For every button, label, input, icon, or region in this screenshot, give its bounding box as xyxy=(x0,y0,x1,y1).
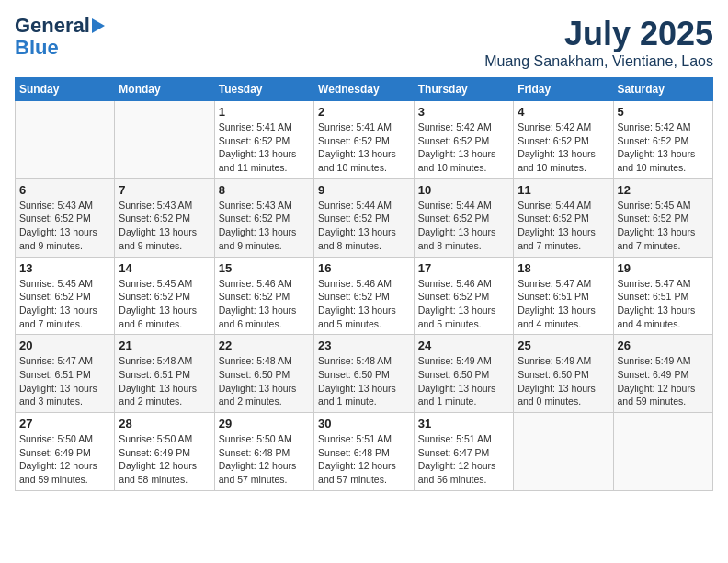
calendar-cell: 20Sunrise: 5:47 AM Sunset: 6:51 PM Dayli… xyxy=(16,335,115,413)
day-info: Sunrise: 5:49 AM Sunset: 6:50 PM Dayligh… xyxy=(418,354,509,408)
day-info: Sunrise: 5:48 AM Sunset: 6:51 PM Dayligh… xyxy=(119,354,210,408)
day-number: 20 xyxy=(19,339,110,352)
day-number: 30 xyxy=(318,417,410,431)
logo-general: General xyxy=(15,15,90,37)
day-info: Sunrise: 5:47 AM Sunset: 6:51 PM Dayligh… xyxy=(518,277,609,331)
calendar-cell: 26Sunrise: 5:49 AM Sunset: 6:49 PM Dayli… xyxy=(613,335,713,413)
day-number: 10 xyxy=(418,183,509,197)
title-block: July 2025 Muang Sanakham, Vientiane, Lao… xyxy=(484,15,713,70)
day-info: Sunrise: 5:44 AM Sunset: 6:52 PM Dayligh… xyxy=(518,199,609,253)
month-title: July 2025 xyxy=(484,15,713,53)
weekday-header-monday: Monday xyxy=(115,78,214,101)
day-number: 26 xyxy=(618,339,710,352)
day-info: Sunrise: 5:51 AM Sunset: 6:48 PM Dayligh… xyxy=(318,432,410,487)
day-number: 9 xyxy=(318,183,410,197)
calendar-cell: 16Sunrise: 5:46 AM Sunset: 6:52 PM Dayli… xyxy=(314,257,415,335)
day-info: Sunrise: 5:43 AM Sunset: 6:52 PM Dayligh… xyxy=(119,199,210,253)
logo-arrow-icon xyxy=(92,18,105,33)
day-info: Sunrise: 5:48 AM Sunset: 6:50 PM Dayligh… xyxy=(318,354,410,408)
day-number: 15 xyxy=(219,261,310,275)
calendar-cell: 3Sunrise: 5:42 AM Sunset: 6:52 PM Daylig… xyxy=(414,101,513,179)
weekday-header-sunday: Sunday xyxy=(16,78,115,101)
day-number: 21 xyxy=(119,339,210,352)
calendar-cell: 25Sunrise: 5:49 AM Sunset: 6:50 PM Dayli… xyxy=(514,335,613,413)
day-info: Sunrise: 5:44 AM Sunset: 6:52 PM Dayligh… xyxy=(318,199,410,253)
calendar-cell: 31Sunrise: 5:51 AM Sunset: 6:47 PM Dayli… xyxy=(414,413,513,491)
day-number: 3 xyxy=(418,105,509,119)
location-title: Muang Sanakham, Vientiane, Laos xyxy=(484,53,713,70)
day-info: Sunrise: 5:42 AM Sunset: 6:52 PM Dayligh… xyxy=(518,121,609,175)
day-info: Sunrise: 5:45 AM Sunset: 6:52 PM Dayligh… xyxy=(19,277,110,331)
calendar-cell xyxy=(514,413,613,491)
calendar-cell: 15Sunrise: 5:46 AM Sunset: 6:52 PM Dayli… xyxy=(214,257,313,335)
day-number: 7 xyxy=(119,183,210,197)
day-info: Sunrise: 5:46 AM Sunset: 6:52 PM Dayligh… xyxy=(318,277,410,331)
weekday-header-tuesday: Tuesday xyxy=(214,78,313,101)
calendar-cell: 30Sunrise: 5:51 AM Sunset: 6:48 PM Dayli… xyxy=(314,413,415,491)
day-info: Sunrise: 5:44 AM Sunset: 6:52 PM Dayligh… xyxy=(418,199,509,253)
day-number: 12 xyxy=(618,183,710,197)
day-number: 6 xyxy=(19,183,110,197)
calendar-cell: 8Sunrise: 5:43 AM Sunset: 6:52 PM Daylig… xyxy=(214,178,313,257)
calendar-cell: 5Sunrise: 5:42 AM Sunset: 6:52 PM Daylig… xyxy=(613,101,713,179)
calendar-cell: 7Sunrise: 5:43 AM Sunset: 6:52 PM Daylig… xyxy=(115,178,214,257)
weekday-header-row: SundayMondayTuesdayWednesdayThursdayFrid… xyxy=(16,78,713,101)
logo-blue: Blue xyxy=(15,37,59,59)
calendar-cell: 27Sunrise: 5:50 AM Sunset: 6:49 PM Dayli… xyxy=(16,413,115,491)
calendar-cell: 22Sunrise: 5:48 AM Sunset: 6:50 PM Dayli… xyxy=(214,335,313,413)
calendar-cell: 19Sunrise: 5:47 AM Sunset: 6:51 PM Dayli… xyxy=(613,257,713,335)
calendar-week-row: 27Sunrise: 5:50 AM Sunset: 6:49 PM Dayli… xyxy=(16,413,713,491)
calendar-cell: 18Sunrise: 5:47 AM Sunset: 6:51 PM Dayli… xyxy=(514,257,613,335)
day-info: Sunrise: 5:50 AM Sunset: 6:48 PM Dayligh… xyxy=(219,432,310,487)
calendar-week-row: 13Sunrise: 5:45 AM Sunset: 6:52 PM Dayli… xyxy=(16,257,713,335)
day-info: Sunrise: 5:49 AM Sunset: 6:50 PM Dayligh… xyxy=(518,354,609,408)
page-header: General Blue July 2025 Muang Sanakham, V… xyxy=(15,15,713,70)
day-number: 23 xyxy=(318,339,410,352)
calendar-cell xyxy=(16,101,115,179)
day-info: Sunrise: 5:51 AM Sunset: 6:47 PM Dayligh… xyxy=(418,432,509,487)
day-info: Sunrise: 5:45 AM Sunset: 6:52 PM Dayligh… xyxy=(618,199,710,253)
day-number: 5 xyxy=(618,105,710,119)
day-info: Sunrise: 5:47 AM Sunset: 6:51 PM Dayligh… xyxy=(19,354,110,408)
calendar-cell: 24Sunrise: 5:49 AM Sunset: 6:50 PM Dayli… xyxy=(414,335,513,413)
calendar-cell xyxy=(613,413,713,491)
day-number: 1 xyxy=(219,105,310,119)
day-info: Sunrise: 5:48 AM Sunset: 6:50 PM Dayligh… xyxy=(219,354,310,408)
day-info: Sunrise: 5:46 AM Sunset: 6:52 PM Dayligh… xyxy=(219,277,310,331)
calendar-cell: 11Sunrise: 5:44 AM Sunset: 6:52 PM Dayli… xyxy=(514,178,613,257)
calendar-week-row: 6Sunrise: 5:43 AM Sunset: 6:52 PM Daylig… xyxy=(16,178,713,257)
calendar-cell: 23Sunrise: 5:48 AM Sunset: 6:50 PM Dayli… xyxy=(314,335,415,413)
calendar-cell: 12Sunrise: 5:45 AM Sunset: 6:52 PM Dayli… xyxy=(613,178,713,257)
day-number: 29 xyxy=(219,417,310,431)
day-info: Sunrise: 5:47 AM Sunset: 6:51 PM Dayligh… xyxy=(618,277,710,331)
calendar-table: SundayMondayTuesdayWednesdayThursdayFrid… xyxy=(15,77,713,491)
calendar-cell: 10Sunrise: 5:44 AM Sunset: 6:52 PM Dayli… xyxy=(414,178,513,257)
day-number: 22 xyxy=(219,339,310,352)
day-info: Sunrise: 5:43 AM Sunset: 6:52 PM Dayligh… xyxy=(219,199,310,253)
day-number: 13 xyxy=(19,261,110,275)
calendar-cell: 21Sunrise: 5:48 AM Sunset: 6:51 PM Dayli… xyxy=(115,335,214,413)
day-info: Sunrise: 5:46 AM Sunset: 6:52 PM Dayligh… xyxy=(418,277,509,331)
calendar-cell: 1Sunrise: 5:41 AM Sunset: 6:52 PM Daylig… xyxy=(214,101,313,179)
day-info: Sunrise: 5:50 AM Sunset: 6:49 PM Dayligh… xyxy=(19,432,110,487)
day-number: 31 xyxy=(418,417,509,431)
day-info: Sunrise: 5:42 AM Sunset: 6:52 PM Dayligh… xyxy=(418,121,509,175)
day-info: Sunrise: 5:49 AM Sunset: 6:49 PM Dayligh… xyxy=(618,354,710,408)
day-number: 4 xyxy=(518,105,609,119)
weekday-header-wednesday: Wednesday xyxy=(314,78,415,101)
day-info: Sunrise: 5:45 AM Sunset: 6:52 PM Dayligh… xyxy=(119,277,210,331)
day-number: 8 xyxy=(219,183,310,197)
calendar-cell: 17Sunrise: 5:46 AM Sunset: 6:52 PM Dayli… xyxy=(414,257,513,335)
day-number: 2 xyxy=(318,105,410,119)
day-info: Sunrise: 5:43 AM Sunset: 6:52 PM Dayligh… xyxy=(19,199,110,253)
calendar-header: SundayMondayTuesdayWednesdayThursdayFrid… xyxy=(16,78,713,101)
day-number: 27 xyxy=(19,417,110,431)
day-number: 19 xyxy=(618,261,710,275)
day-number: 28 xyxy=(119,417,210,431)
calendar-week-row: 20Sunrise: 5:47 AM Sunset: 6:51 PM Dayli… xyxy=(16,335,713,413)
day-info: Sunrise: 5:41 AM Sunset: 6:52 PM Dayligh… xyxy=(219,121,310,175)
calendar-cell: 4Sunrise: 5:42 AM Sunset: 6:52 PM Daylig… xyxy=(514,101,613,179)
calendar-cell: 28Sunrise: 5:50 AM Sunset: 6:49 PM Dayli… xyxy=(115,413,214,491)
day-number: 25 xyxy=(518,339,609,352)
day-number: 14 xyxy=(119,261,210,275)
